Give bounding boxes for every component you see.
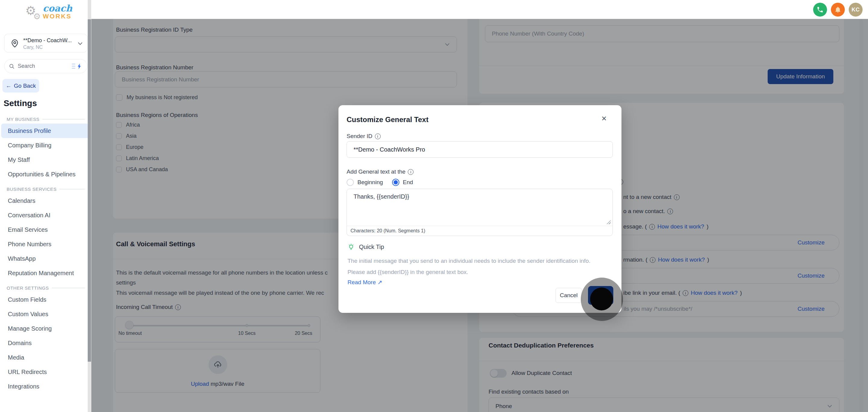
location-name: **Demo - CoachW... [23, 37, 72, 44]
avatar[interactable]: KC [849, 3, 863, 17]
customize-general-text-modal: Customize General Text ✕ Sender IDi Add … [338, 105, 621, 313]
sidebar-item-custom-values[interactable]: Custom Values [1, 307, 90, 321]
go-back-label: Go Back [14, 83, 36, 89]
sidebar-scrollbar-thumb[interactable] [88, 19, 91, 362]
sidebar-item-whatsapp[interactable]: WhatsApp [1, 251, 90, 266]
sidebar-item-conversation-ai[interactable]: Conversation AI [1, 208, 90, 222]
tip-line2: Please add {{senderID}} in the general t… [347, 269, 468, 276]
settings-menu: MY BUSINESS Business Profile Company Bil… [0, 115, 91, 393]
sidebar-item-phone-numbers[interactable]: Phone Numbers [1, 237, 90, 251]
map-pin-icon [10, 39, 20, 48]
location-city: Cary, NC [23, 44, 43, 50]
sidebar: ⚙ ⚙ coach WORKS **Demo - CoachW... Cary,… [0, 0, 91, 412]
position-label: Add General text at thei [347, 168, 413, 175]
chevron-down-icon [78, 41, 82, 45]
tip-line1: The initial message that you send to an … [347, 258, 590, 264]
sender-id-input[interactable] [347, 141, 613, 157]
read-more-link[interactable]: Read More ↗ [347, 279, 382, 286]
sidebar-search[interactable] [4, 59, 87, 73]
avatar-initials: KC [852, 7, 860, 13]
bell-icon[interactable] [831, 3, 845, 17]
divider [42, 119, 85, 119]
floating-widget-button[interactable] [590, 288, 613, 310]
sidebar-item-calendars[interactable]: Calendars [1, 193, 90, 208]
general-text-area: Thanks, {{senderID}} [347, 189, 613, 226]
radio-end[interactable] [392, 179, 399, 186]
sidebar-item-media[interactable]: Media [1, 350, 90, 365]
sidebar-item-integrations[interactable]: Integrations [1, 379, 90, 393]
section-header: OTHER SETTINGS [0, 283, 91, 292]
sidebar-item-url-redirects[interactable]: URL Redirects [1, 365, 90, 379]
position-radio-group: Beginning End [347, 179, 413, 186]
search-input[interactable] [18, 63, 63, 69]
general-text-input[interactable]: Thanks, {{senderID}} [347, 189, 613, 226]
sidebar-item-company-billing[interactable]: Company Billing [1, 138, 90, 153]
close-icon[interactable]: ✕ [601, 115, 607, 123]
info-icon[interactable]: i [375, 133, 381, 139]
gear-icon: ⚙ [33, 11, 41, 22]
radio-beginning-label: Beginning [358, 179, 383, 186]
divider [52, 288, 85, 288]
section-header: MY BUSINESS [0, 115, 91, 124]
quick-tip-header: Quick Tip [347, 243, 384, 250]
divider [60, 189, 85, 189]
speed-lines-icon [72, 64, 75, 69]
radio-beginning[interactable] [347, 179, 354, 186]
lightbulb-icon [347, 243, 355, 250]
settings-title: Settings [4, 99, 37, 108]
sidebar-item-reputation-management[interactable]: Reputation Management [1, 266, 90, 280]
cancel-button[interactable]: Cancel [555, 288, 582, 303]
location-switcher[interactable]: **Demo - CoachW... Cary, NC [4, 34, 87, 53]
section-header: BUSINESS SERVICES [0, 185, 91, 193]
topbar: KC [0, 0, 868, 19]
logo-word-works: WORKS [43, 13, 72, 20]
radio-end-label: End [403, 179, 413, 186]
char-count: Characters: 20 (Num. Segments 1) [347, 226, 613, 236]
go-back-button[interactable]: ← Go Back [2, 79, 39, 93]
phone-icon[interactable] [813, 3, 827, 17]
sidebar-item-custom-fields[interactable]: Custom Fields [1, 292, 90, 307]
search-icon [9, 63, 15, 69]
sender-id-label: Sender IDi [347, 133, 381, 139]
general-text-area-wrap: Thanks, {{senderID}} Characters: 20 (Num… [347, 189, 613, 236]
back-arrow-icon: ← [6, 83, 11, 89]
sidebar-item-manage-scoring[interactable]: Manage Scoring [1, 321, 90, 336]
sidebar-item-opportunities-pipelines[interactable]: Opportunities & Pipelines [1, 167, 90, 182]
external-link-arrow-icon: ↗ [377, 279, 382, 285]
sender-id-field-wrap [347, 141, 613, 158]
quick-tip-title: Quick Tip [359, 244, 384, 250]
sidebar-item-domains[interactable]: Domains [1, 336, 90, 350]
info-icon[interactable]: i [408, 169, 413, 175]
logo-word-coach: coach [43, 3, 72, 13]
sidebar-item-business-profile[interactable]: Business Profile [1, 124, 90, 138]
modal-title: Customize General Text [347, 116, 429, 124]
sidebar-item-my-staff[interactable]: My Staff [1, 153, 90, 167]
sidebar-item-email-services[interactable]: Email Services [1, 222, 90, 237]
resize-handle-icon[interactable] [606, 220, 611, 224]
lightning-icon[interactable] [72, 63, 83, 70]
